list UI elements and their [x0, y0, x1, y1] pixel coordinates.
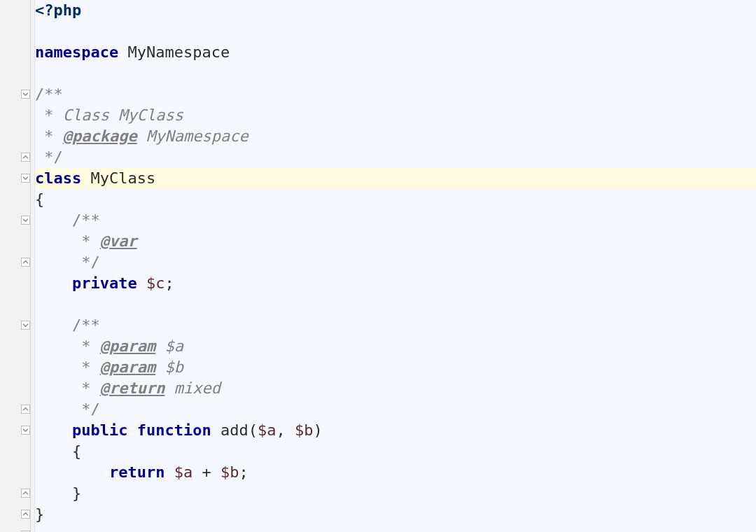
property-c: $c [137, 274, 165, 292]
keyword-class: class [35, 169, 81, 187]
gutter[interactable] [0, 0, 35, 532]
fold-guide [30, 0, 31, 532]
docblock-close: */ [35, 399, 756, 420]
keyword-public: public [35, 421, 127, 439]
doctag-return: @return [100, 379, 165, 397]
function-name: add [211, 421, 248, 439]
code-editor: <?php namespace MyNamespace /** * Class … [0, 0, 756, 532]
docblock-open: /** [35, 210, 756, 231]
docblock-open: /** [35, 84, 756, 105]
doctag-param: @param [100, 337, 155, 355]
docblock-line: * @package MyNamespace [35, 126, 756, 147]
code-line: { [35, 441, 756, 462]
param-b: $b [295, 421, 314, 439]
code-line: <?php [35, 0, 756, 21]
docblock-line: * @param $a [35, 336, 756, 357]
docblock-line: * Class MyClass [35, 105, 756, 126]
code-line: private $c; [35, 273, 756, 294]
param-a: $a [258, 421, 276, 439]
fold-toggle-icon[interactable] [21, 174, 30, 183]
fold-toggle-icon[interactable] [21, 489, 30, 498]
code-line [35, 294, 756, 315]
keyword-private: private [35, 274, 137, 292]
code-line: namespace MyNamespace [35, 42, 756, 63]
code-line [35, 63, 756, 84]
code-lines[interactable]: <?php namespace MyNamespace /** * Class … [35, 0, 756, 532]
php-open-tag: <?php [35, 1, 81, 19]
code-line: { [35, 189, 756, 210]
fold-toggle-icon[interactable] [21, 216, 30, 225]
docblock-close: */ [35, 252, 756, 273]
docblock-open: /** [35, 315, 756, 336]
keyword-return: return [35, 463, 164, 481]
code-line: } [35, 504, 756, 525]
docblock-close: */ [35, 147, 756, 168]
fold-toggle-icon[interactable] [21, 426, 30, 435]
doctag-param: @param [100, 358, 155, 376]
class-name: MyClass [81, 169, 155, 187]
docblock-line: * @param $b [35, 357, 756, 378]
code-line-class-decl: class MyClass [35, 168, 756, 189]
docblock-line: * @return mixed [35, 378, 756, 399]
fold-toggle-icon[interactable] [21, 153, 30, 162]
fold-toggle-icon[interactable] [21, 258, 30, 267]
code-line: } [35, 483, 756, 504]
code-line: public function add($a, $b) [35, 420, 756, 441]
fold-toggle-icon[interactable] [21, 321, 30, 330]
keyword-namespace: namespace [35, 43, 118, 61]
namespace-name: MyNamespace [118, 43, 230, 61]
fold-toggle-icon[interactable] [21, 405, 30, 414]
doctag-package: @package [63, 127, 137, 145]
docblock-line: * @var [35, 231, 756, 252]
doctag-var: @var [100, 232, 137, 250]
fold-toggle-icon[interactable] [21, 90, 30, 99]
code-line: return $a + $b; [35, 462, 756, 483]
code-line [35, 21, 756, 42]
keyword-function: function [127, 421, 211, 439]
fold-toggle-icon[interactable] [21, 510, 30, 519]
